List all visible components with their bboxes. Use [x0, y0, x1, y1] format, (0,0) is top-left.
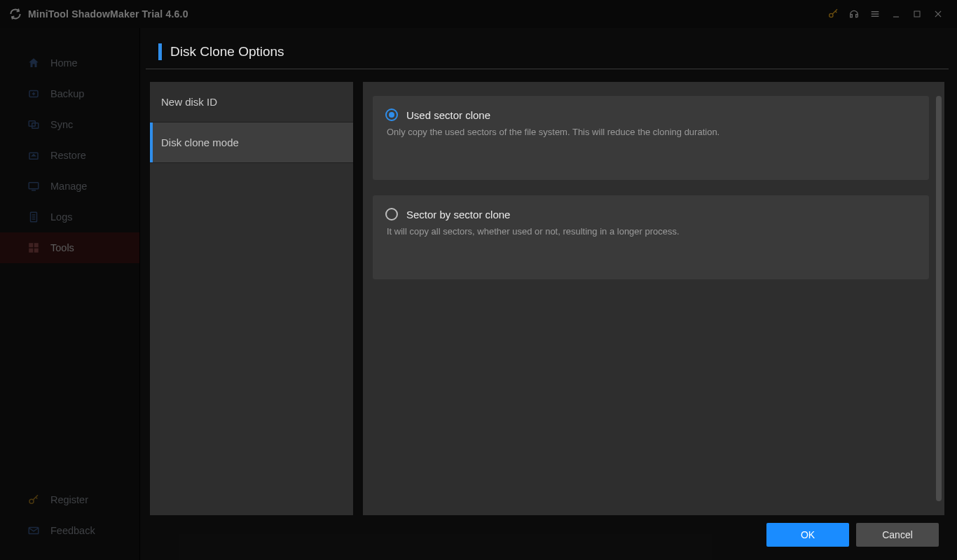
option-sector-by-sector-clone[interactable]: Sector by sector clone It will copy all … — [373, 195, 929, 279]
window-close-button[interactable] — [928, 4, 949, 24]
manage-icon — [27, 179, 41, 193]
sidebar-item-home[interactable]: Home — [0, 48, 139, 78]
sidebar-item-label: Register — [50, 494, 88, 505]
sidebar-item-label: Manage — [50, 181, 87, 192]
category-new-disk-id[interactable]: New disk ID — [150, 82, 353, 122]
sidebar-item-label: Backup — [50, 88, 84, 99]
ok-button[interactable]: OK — [766, 523, 849, 547]
category-label: Disk clone mode — [161, 136, 239, 148]
dialog-footer: OK Cancel — [146, 515, 949, 554]
svg-rect-5 — [914, 11, 920, 17]
dialog-title: Disk Clone Options — [170, 44, 284, 59]
backup-icon — [27, 87, 41, 101]
titlebar-headset-button[interactable] — [844, 4, 865, 24]
sidebar-item-label: Sync — [50, 119, 73, 130]
svg-rect-18 — [34, 243, 39, 247]
radio-used-sector-clone[interactable] — [385, 108, 398, 121]
sidebar-item-backup[interactable]: Backup — [0, 78, 139, 109]
option-title: Used sector clone — [406, 109, 490, 121]
radio-sector-by-sector-clone[interactable] — [385, 208, 398, 220]
options-detail-panel: Used sector clone Only copy the used sec… — [363, 82, 944, 515]
sidebar-item-register[interactable]: Register — [0, 484, 139, 515]
window-minimize-button[interactable] — [886, 4, 907, 24]
sidebar-item-tools[interactable]: Tools — [0, 232, 139, 263]
disk-clone-options-dialog: Disk Clone Options New disk ID Disk clon… — [146, 35, 949, 554]
sidebar-item-label: Feedback — [50, 525, 95, 536]
options-category-panel: New disk ID Disk clone mode — [150, 82, 353, 515]
svg-rect-19 — [29, 248, 33, 253]
titlebar-menu-button[interactable] — [865, 4, 886, 24]
option-description: It will copy all sectors, whether used o… — [387, 226, 916, 237]
sidebar-item-manage[interactable]: Manage — [0, 171, 139, 202]
titlebar: MiniTool ShadowMaker Trial 4.6.0 — [0, 0, 957, 28]
sidebar-item-logs[interactable]: Logs — [0, 202, 139, 232]
svg-rect-20 — [34, 248, 39, 253]
sidebar-item-label: Restore — [50, 150, 86, 161]
sidebar-item-label: Logs — [50, 211, 72, 223]
dialog-header: Disk Clone Options — [146, 35, 949, 69]
dialog-divider — [146, 69, 949, 69]
sidebar-item-label: Home — [50, 57, 78, 69]
option-title: Sector by sector clone — [406, 209, 510, 220]
cancel-button[interactable]: Cancel — [856, 523, 939, 547]
svg-rect-12 — [29, 183, 39, 189]
sync-icon — [27, 118, 41, 132]
sidebar-item-sync[interactable]: Sync — [0, 109, 139, 140]
sidebar: Home Backup Sync Restore Manage — [0, 28, 140, 560]
svg-rect-17 — [29, 243, 33, 247]
mail-icon — [27, 524, 41, 538]
key-icon — [27, 493, 41, 507]
sidebar-item-restore[interactable]: Restore — [0, 140, 139, 171]
home-icon — [27, 56, 41, 70]
sidebar-item-feedback[interactable]: Feedback — [0, 515, 139, 546]
vertical-scrollbar[interactable] — [936, 96, 942, 501]
option-description: Only copy the used sectors of the file s… — [387, 127, 916, 137]
logs-icon — [27, 210, 41, 224]
sidebar-item-label: Tools — [50, 242, 74, 253]
header-accent-bar — [158, 43, 162, 60]
restore-icon — [27, 148, 41, 162]
option-used-sector-clone[interactable]: Used sector clone Only copy the used sec… — [373, 96, 929, 180]
app-logo-icon — [8, 7, 22, 21]
category-disk-clone-mode[interactable]: Disk clone mode — [150, 122, 353, 163]
tools-icon — [27, 241, 41, 255]
app-title: MiniTool ShadowMaker Trial 4.6.0 — [28, 8, 188, 20]
category-label: New disk ID — [161, 96, 217, 108]
window-maximize-button[interactable] — [907, 4, 928, 24]
titlebar-key-button[interactable] — [822, 4, 844, 24]
